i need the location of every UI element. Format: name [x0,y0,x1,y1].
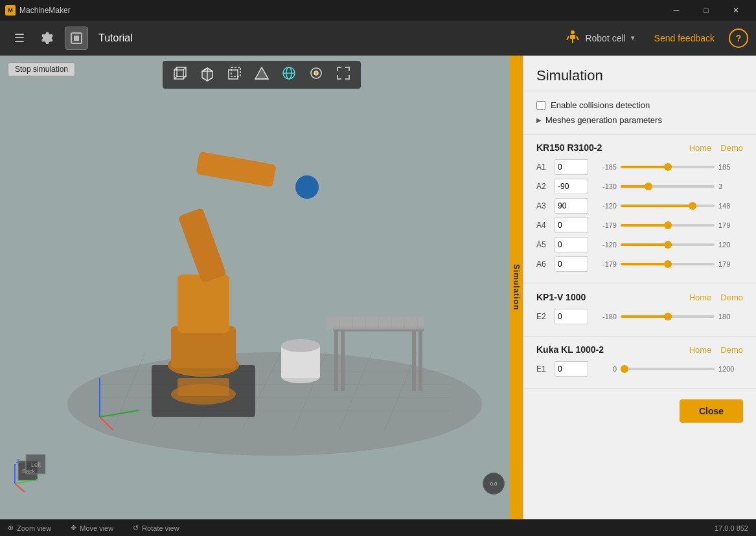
axis-row-0-2: A3 -120 148 [536,198,743,214]
flat-shading-icon [253,65,270,82]
demo-btn-2[interactable]: Demo [720,345,743,355]
axis-min-0-2: -120 [592,202,617,210]
svg-point-43 [295,175,319,199]
settings-button[interactable] [36,27,60,50]
home-btn-2[interactable]: Home [689,345,712,355]
collisions-checkbox[interactable] [536,101,545,110]
maximize-button[interactable]: □ [691,0,721,21]
stop-simulation-button[interactable]: Stop simulation [8,62,75,76]
zoom-icon: ⊕ [8,524,14,532]
record-button[interactable] [65,27,88,50]
home-btn-1[interactable]: Home [689,293,712,302]
viewport[interactable]: Stop simulation [0,56,523,519]
wireframe-tool-button[interactable] [169,63,191,86]
axis-label-2-0: E1 [536,364,551,374]
viewport-toolbar [163,61,361,89]
axis-min-0-1: -130 [592,183,617,190]
mesh-arrow-icon: ▶ [536,117,542,124]
axis-input-0-1[interactable] [555,179,588,194]
axis-input-1-0[interactable] [555,309,588,324]
flat-shading-button[interactable] [251,63,273,86]
axis-slider-0-5[interactable] [621,263,715,265]
panel-title: Simulation [523,56,756,91]
app-logo: M [5,5,16,16]
project-title: Tutorial [98,32,133,44]
svg-point-2 [571,30,575,34]
slider-container-1-0 [621,311,715,322]
globe-button[interactable] [278,63,300,86]
slider-container-0-5 [621,259,715,269]
svg-text:Left: Left [31,462,41,468]
wireframe-cube-icon [172,65,189,82]
slider-container-0-4 [621,240,715,250]
home-btn-0[interactable]: Home [689,143,712,153]
simulation-tab[interactable]: Simulation [510,56,523,519]
globe-icon [281,65,297,82]
collisions-label: Enable collisions detection [551,100,650,110]
axis-slider-1-0[interactable] [621,315,715,318]
axis-max-0-4: 120 [718,241,743,249]
hidden-lines-icon [226,65,243,82]
axis-slider-0-2[interactable] [621,205,715,207]
target-button[interactable] [305,63,327,86]
move-label: Move view [80,524,113,532]
axis-row-0-5: A6 -179 179 [536,256,743,272]
close-button[interactable]: ✕ [721,0,751,21]
view-cube[interactable]: Back Left Z Y [12,445,63,497]
axis-label-0-2: A3 [536,201,551,210]
help-button[interactable]: ? [729,28,748,48]
mesh-params-toggle[interactable]: ▶ Meshes generation parameters [536,115,743,125]
fit-view-button[interactable] [332,63,354,86]
slider-container-2-0 [621,364,715,374]
slider-container-0-0 [621,162,715,172]
svg-point-24 [314,71,318,75]
demo-btn-1[interactable]: Demo [720,293,743,302]
demo-btn-0[interactable]: Demo [720,143,743,153]
send-feedback-button[interactable]: Send feedback [648,29,721,47]
axis-input-0-3[interactable] [555,218,588,233]
hidden-lines-button[interactable] [223,63,246,86]
svg-text:Z: Z [16,458,20,464]
slider-container-0-1 [621,181,715,192]
axis-slider-2-0[interactable] [621,368,715,370]
axis-label-0-1: A2 [536,182,551,191]
axis-slider-0-4[interactable] [621,243,715,246]
axis-input-2-0[interactable] [555,361,588,377]
svg-rect-41 [178,208,226,284]
axis-input-0-5[interactable] [555,256,588,272]
robot-cell-button[interactable]: Robot cell ▼ [558,26,642,50]
svg-text:Y: Y [35,476,39,483]
axis-input-0-2[interactable] [555,198,588,214]
window-controls: ─ □ ✕ [661,0,751,21]
axis-slider-0-0[interactable] [621,166,715,168]
solid-tool-button[interactable] [196,63,218,86]
close-panel-button[interactable]: Close [680,399,743,423]
target-icon [308,65,325,82]
panel-footer: Close [523,389,756,433]
robot-section-1: KP1-V 1000 Home Demo E2 -180 180 [523,284,756,337]
view-indicator: 0.0 [483,473,505,495]
record-icon [69,31,84,45]
zoom-status: ⊕ Zoom view [8,524,51,532]
axis-slider-0-3[interactable] [621,224,715,227]
svg-line-73 [15,484,25,492]
svg-rect-61 [178,378,229,396]
axis-input-0-0[interactable] [555,159,588,175]
settings-icon [41,31,55,45]
svg-rect-3 [570,35,575,39]
svg-rect-49 [326,317,424,329]
axis-max-0-2: 148 [718,202,743,210]
status-bar: ⊕ Zoom view ✥ Move view ↺ Rotate view 17… [0,519,756,536]
menu-button[interactable]: ☰ [8,27,31,50]
axis-max-2-0: 1200 [718,365,743,373]
robot-icon [564,30,581,47]
mesh-params-label: Meshes generation parameters [545,115,662,125]
minimize-button[interactable]: ─ [661,0,691,21]
rotate-icon: ↺ [133,524,139,532]
rotate-status: ↺ Rotate view [133,524,179,532]
axis-slider-0-1[interactable] [621,185,715,188]
svg-rect-1 [74,36,79,41]
main-toolbar: ☰ Tutorial Robot cell ▼ [0,21,756,56]
axis-input-0-4[interactable] [555,237,588,252]
titlebar: M MachineMaker ─ □ ✕ [0,0,756,21]
